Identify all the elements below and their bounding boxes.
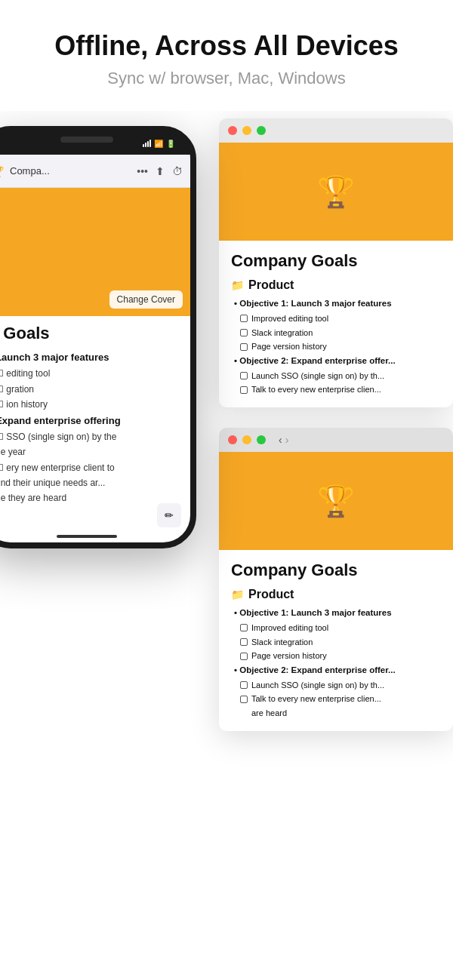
checkbox-icon — [240, 315, 248, 322]
list-item: ☐ editing tool — [0, 366, 184, 381]
mac-titlebar-2: ‹ › — [219, 428, 453, 452]
mac-maximize-button-2[interactable] — [257, 435, 266, 444]
mac-doc-title-1: Company Goals — [231, 251, 441, 271]
phone-mockup: 📶 🔋 🏆 Compa... ••• ⬆ ⏱ Change Cover — [0, 126, 196, 548]
phone-cover: Change Cover — [0, 188, 190, 316]
list-item: ☐ ion history — [0, 397, 184, 412]
mac-doc-body-1: Company Goals 📁 Product • Objective 1: L… — [219, 241, 453, 407]
status-icons: 📶 🔋 — [143, 140, 175, 148]
phone-notch — [60, 137, 113, 143]
list-item: • Objective 2: Expand enterprise offer..… — [231, 663, 441, 678]
mac-content-1: 🏆 Company Goals 📁 Product • Objective 1:… — [219, 143, 453, 407]
mac-nav: ‹ › — [279, 434, 288, 446]
change-cover-button[interactable]: Change Cover — [109, 290, 183, 309]
mac-minimize-button[interactable] — [242, 126, 251, 135]
phone-doc-content: Change Cover y Goals • Launch 3 major fe… — [0, 188, 190, 542]
battery-icon: 🔋 — [166, 140, 175, 148]
main-title: Offline, Across All Devices — [23, 30, 430, 61]
phone-status-bar: 📶 🔋 — [0, 132, 190, 155]
mac-section-title-1: Product — [248, 278, 294, 292]
checkbox-icon — [240, 624, 248, 631]
list-item: • Objective 2: Expand enterprise offer..… — [231, 354, 441, 369]
checkbox-icon — [240, 681, 248, 689]
checkbox-icon — [240, 343, 248, 351]
list-item: Talk to every new enterprise clien... — [231, 692, 441, 706]
mac-minimize-button-2[interactable] — [242, 435, 251, 444]
checkbox-icon — [240, 329, 248, 336]
list-item: ☐ SSO (single sign on) by the — [0, 429, 184, 444]
list-item: • Objective 1: Launch 3 major features — [231, 606, 441, 621]
phone-body: y Goals • Launch 3 major features ☐ edit… — [0, 316, 190, 513]
list-item: Improved editing tool — [231, 621, 441, 635]
list-item: Launch SSO (single sign on) by th... — [231, 678, 441, 693]
mac-section-header-2: 📁 Product — [231, 588, 441, 601]
folder-icon: 📁 — [231, 279, 244, 291]
list-item: • Objective 1: Launch 3 major features — [231, 296, 441, 312]
list-item: Slack integration — [231, 635, 441, 650]
checkbox-icon — [240, 386, 248, 394]
phone-browser-bar: 🏆 Compa... ••• ⬆ ⏱ — [0, 155, 190, 188]
mac-window-1: 🏆 Company Goals 📁 Product • Objective 1:… — [219, 118, 453, 407]
mac-cover-2: 🏆 — [219, 452, 453, 550]
mac-cover-1: 🏆 — [219, 143, 453, 241]
list-item: Slack integration — [231, 326, 441, 340]
trophy-icon: 🏆 — [317, 174, 355, 210]
list-item: Improved editing tool — [231, 312, 441, 326]
tab-trophy-icon: 🏆 — [0, 165, 4, 177]
list-item: • Expand enterprise offering — [0, 413, 184, 429]
checkbox-icon — [240, 696, 248, 703]
forward-icon[interactable]: › — [285, 434, 289, 446]
edit-button[interactable]: ✏ — [157, 503, 181, 527]
trophy-icon-2: 🏆 — [317, 484, 355, 519]
checkbox-icon — [240, 638, 248, 646]
devices-container: 📶 🔋 🏆 Compa... ••• ⬆ ⏱ Change Cover — [0, 111, 453, 926]
list-item: ☐ gration — [0, 382, 184, 397]
mac-section-title-2: Product — [248, 588, 294, 601]
wifi-icon: 📶 — [154, 140, 163, 148]
list-item: • Launch 3 major features — [0, 349, 184, 366]
phone-doc-title: y Goals — [0, 324, 184, 343]
list-item: nd their unique needs ar... — [0, 475, 184, 490]
share-icon[interactable]: ⬆ — [156, 165, 165, 177]
mac-doc-body-2: Company Goals 📁 Product • Objective 1: L… — [219, 550, 453, 730]
mac-maximize-button[interactable] — [257, 126, 266, 135]
list-item: ☐ ery new enterprise client to — [0, 460, 184, 475]
list-item: Talk to every new enterprise clien... — [231, 382, 441, 397]
checkbox-icon — [240, 653, 248, 660]
list-item: Launch SSO (single sign on) by th... — [231, 369, 441, 383]
mac-close-button[interactable] — [228, 126, 237, 135]
tab-title: Compa... — [10, 165, 131, 177]
list-item: are heard — [231, 706, 441, 720]
signal-icon — [143, 140, 151, 147]
list-item: Page version history — [231, 339, 441, 354]
folder-icon-2: 📁 — [231, 588, 244, 601]
mac-titlebar-1 — [219, 118, 453, 143]
mac-window-2: ‹ › 🏆 Company Goals 📁 Product • Objectiv… — [219, 428, 453, 730]
back-icon[interactable]: ‹ — [279, 434, 282, 446]
more-options-icon[interactable]: ••• — [137, 165, 148, 177]
list-item: e they are heard — [0, 490, 184, 505]
checkbox-icon — [240, 372, 248, 379]
history-icon[interactable]: ⏱ — [172, 165, 183, 177]
mac-doc-title-2: Company Goals — [231, 561, 441, 580]
tab-actions: ••• ⬆ ⏱ — [137, 165, 183, 177]
mac-content-2: 🏆 Company Goals 📁 Product • Objective 1:… — [219, 452, 453, 730]
main-subtitle: Sync w/ browser, Mac, Windows — [23, 69, 430, 88]
phone-screen: 🏆 Compa... ••• ⬆ ⏱ Change Cover y Goals … — [0, 155, 190, 542]
list-item: e year — [0, 444, 184, 459]
header-section: Offline, Across All Devices Sync w/ brow… — [0, 0, 453, 111]
mac-close-button-2[interactable] — [228, 435, 237, 444]
list-item: Page version history — [231, 649, 441, 663]
mac-section-header-1: 📁 Product — [231, 278, 441, 292]
home-indicator — [57, 535, 117, 538]
